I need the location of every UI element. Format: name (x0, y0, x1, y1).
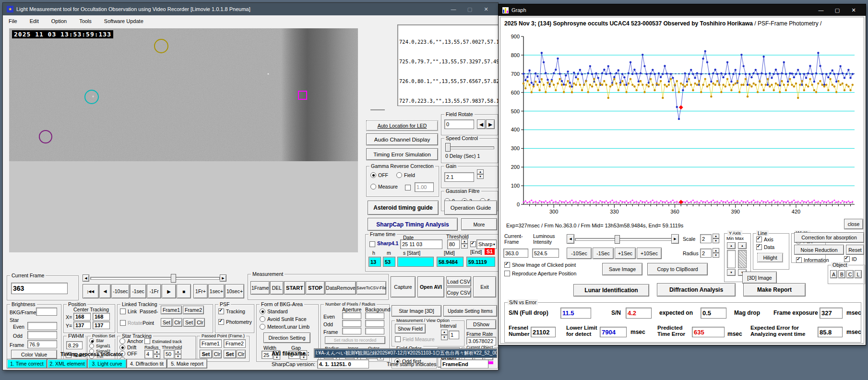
id-checkbox[interactable]: ID (844, 256, 857, 262)
passed-frame2-box[interactable]: Frame2 (224, 339, 246, 348)
limovie-close-icon[interactable]: ✕ (478, 3, 494, 15)
star-odd-value[interactable] (27, 331, 57, 339)
exit-button[interactable]: Exit (473, 276, 496, 297)
menu-file[interactable]: File (9, 18, 17, 24)
y-tracking-value[interactable]: 137 (93, 321, 110, 329)
radius-spinner[interactable]: ▲▼ (713, 248, 719, 258)
data-remove-button[interactable]: DataRemove (325, 281, 356, 295)
operation-guide-button[interactable]: Operation Guide (444, 201, 497, 215)
linked-clr1-button[interactable]: Clr (173, 318, 182, 327)
minus-10sec-button[interactable]: -10Sec (567, 248, 592, 259)
sn-full-value[interactable]: 11.5 (560, 308, 591, 319)
limovie-titlebar[interactable]: ★ Light Measurement tool for Occultation… (3, 3, 498, 15)
date-input[interactable]: 25 11 03 (400, 239, 442, 249)
save-to-csv-button[interactable]: SaveToCSV-File (357, 281, 386, 295)
sharp-checkbox[interactable] (470, 241, 476, 247)
tab-xml-element[interactable]: 2. XML element (47, 359, 87, 368)
data-checkbox[interactable]: Data (756, 244, 774, 250)
color-value-button[interactable]: Color Value (11, 350, 57, 359)
anchor-radio[interactable]: Anchor (119, 338, 143, 344)
update-setting-items-button[interactable]: Update Setting Items (443, 305, 497, 317)
plus-10sec-button[interactable]: +10Sec (637, 248, 662, 259)
linked-frame1-button[interactable]: Frame1 (161, 306, 182, 314)
aperture-circle-purple[interactable] (39, 130, 52, 143)
timing-error-simulation-button[interactable]: Timing Error Simulation (366, 148, 438, 160)
copy-csv-button[interactable]: Copy CSV (446, 287, 471, 297)
information-checkbox[interactable]: Information (796, 257, 829, 263)
transport-minus-10sec-button[interactable]: -10sec (111, 284, 130, 298)
link-checkbox[interactable]: Link (120, 309, 137, 314)
start-button[interactable]: START (284, 281, 305, 295)
frame-exposure-value[interactable]: 327 (820, 308, 843, 319)
gamma-field-radio[interactable]: Field (396, 172, 415, 178)
object-l[interactable]: L (855, 270, 862, 278)
field-measure-checkbox[interactable]: Field Measure (395, 336, 435, 342)
star-frame-value[interactable]: 76.9 (27, 340, 57, 348)
scale-spinner[interactable]: ▲▼ (713, 234, 719, 243)
load-csv-button[interactable]: Load CSV (446, 276, 471, 286)
meteor-limb-radio[interactable]: Meteor/Lunar Limb (260, 324, 309, 330)
reproduce-aperture-checkbox[interactable]: Reproduce Aperture Position (504, 271, 576, 276)
transport-plus-10sec-button[interactable]: 10sec+ (225, 284, 244, 298)
fwhm-value[interactable]: 8.29 (66, 341, 83, 349)
px-even-backgound[interactable] (365, 312, 384, 319)
predicted-value[interactable]: 635 (692, 327, 725, 337)
threshold-spinner[interactable]: ▲▼ (461, 239, 468, 249)
sharp-select[interactable]: Sharp▼ (476, 239, 497, 249)
aperture-circle-yellow[interactable] (154, 39, 168, 53)
x-center-value[interactable]: 168 (73, 313, 91, 321)
fresnel-value[interactable]: 21102 (531, 327, 556, 337)
del-button[interactable]: DEL (270, 281, 284, 295)
ymin-up-icon[interactable]: ▲ (727, 242, 736, 249)
plus-1sec-button[interactable]: +1Sec (615, 248, 636, 259)
px-odd-aperture[interactable] (342, 320, 361, 327)
limovie-minimize-icon[interactable]: — (445, 3, 462, 15)
hilight-button[interactable]: Hilight (757, 253, 783, 262)
estimated-track-checkbox[interactable]: Estimated track (144, 338, 182, 344)
tab-time-correct[interactable]: 1. Time correct (7, 359, 47, 368)
transport-plus-1sec-button[interactable]: 1sec+ (208, 284, 225, 298)
px-frame-aperture[interactable] (342, 328, 361, 334)
menu-software-update[interactable]: Software Update (104, 18, 143, 24)
object-c[interactable]: C (846, 270, 854, 278)
audio-channel-display-button[interactable]: Audio Channel Display (366, 133, 438, 145)
copy-clipboard-button[interactable]: Copy to ClipBoard (647, 263, 708, 275)
stop-button[interactable]: STOP (306, 281, 325, 295)
graph-current-frame-value[interactable]: 363.0 (503, 249, 528, 258)
graph-luminous-value[interactable]: 524.5 (532, 249, 559, 258)
rotate-checkbox[interactable]: Rotate (120, 320, 143, 326)
posset-star-radio[interactable]: Star (89, 338, 104, 343)
lower-limit-value[interactable]: 7904 (600, 327, 627, 337)
hour-value[interactable]: 13 (369, 257, 381, 267)
expected-error-value[interactable]: 85.8 (818, 327, 843, 337)
lunar-identification-button[interactable]: Lunar Identification (573, 284, 649, 297)
threshold-input[interactable]: 80 (447, 239, 460, 249)
transport-step-back-icon[interactable]: ◀ (99, 284, 111, 298)
posset-signal1-radio[interactable]: Signal1 (89, 344, 110, 348)
passed-clr1-button[interactable]: Clr (213, 350, 222, 358)
gain-input[interactable]: 2.1 (444, 172, 474, 182)
noise-reduction-button[interactable]: Noise Reduction (794, 245, 844, 255)
px-frame-backgound[interactable] (365, 328, 384, 334)
auto-location-led-button[interactable]: Auto Location for LED (366, 120, 438, 131)
transport-stop-icon[interactable]: ■ (177, 284, 191, 298)
splitter-grip[interactable] (370, 109, 385, 110)
ymax-up-icon[interactable]: ▲ (738, 242, 747, 249)
avi-filename-value[interactable]: I:¥A-えんぺい観測¥観測記録2025¥07-12月¥20251103-1◎五… (314, 348, 497, 358)
save-image-button[interactable]: Save Image (602, 263, 642, 275)
tab-make-report[interactable]: 5. Make report (167, 359, 207, 368)
field-rotate-input[interactable]: 0 (444, 119, 474, 129)
sn-value[interactable]: 4.2 (626, 308, 652, 319)
reset-button[interactable]: Reset (846, 245, 864, 255)
passed-set1-button[interactable]: Set (200, 350, 212, 358)
passed-clr2-button[interactable]: Clr (237, 350, 246, 358)
tab-light-curve[interactable]: 3. Light curve (87, 359, 127, 368)
st-threshold-value[interactable]: 50 (164, 350, 174, 358)
set-radius-recorded-button[interactable]: Set radius to recorded (325, 336, 385, 344)
limovie-maximize-icon[interactable]: ▢ (462, 3, 478, 15)
dshow-button[interactable]: DShow (466, 320, 496, 329)
speed-slider[interactable] (445, 146, 494, 149)
graph-slider-right-icon[interactable]: ▶ (671, 234, 679, 244)
tab-diffraction[interactable]: 4. Diffraction tit (127, 359, 167, 368)
one-frame-button[interactable]: 1Frame (250, 281, 270, 295)
